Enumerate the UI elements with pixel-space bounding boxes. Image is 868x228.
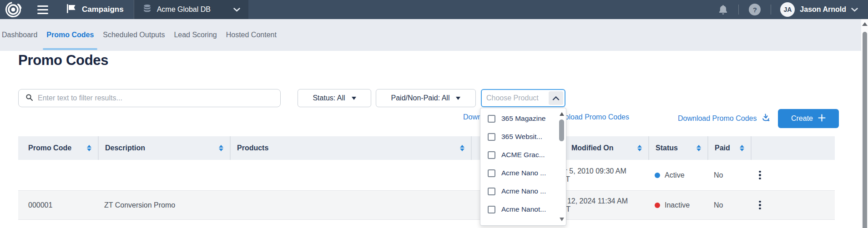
column-header-status: Status — [648, 136, 707, 160]
product-option[interactable]: 365 Magazine — [480, 109, 566, 128]
sort-icon[interactable] — [460, 145, 464, 151]
hamburger-menu-icon[interactable] — [35, 4, 50, 16]
product-option[interactable]: ACME Grac... — [480, 146, 566, 164]
table-header-row: Promo Code Description Products Modified… — [18, 136, 835, 160]
scroll-down-icon[interactable] — [560, 218, 564, 221]
scrollbar-thumb[interactable] — [863, 32, 867, 228]
page-content: Promo Codes Status: All Paid/Non-Paid: A… — [0, 51, 868, 228]
tab-scheduled-outputs[interactable]: Scheduled Outputs — [101, 19, 167, 51]
scroll-up-icon[interactable] — [560, 112, 564, 116]
checkbox[interactable] — [488, 188, 495, 195]
checkbox[interactable] — [488, 151, 495, 159]
product-dropdown-panel: 365 Magazine 365 Websit... ACME Grac... … — [480, 108, 566, 226]
table-row — [18, 220, 835, 228]
paid-filter-dropdown[interactable]: Paid/Non-Paid: All — [376, 89, 476, 107]
actions-cell — [751, 191, 835, 219]
plus-icon — [818, 114, 826, 124]
promo-codes-table: Promo Code Description Products Modified… — [18, 136, 835, 228]
column-header-products: Products — [230, 136, 471, 160]
tab-lead-scoring[interactable]: Lead Scoring — [172, 19, 218, 51]
top-navbar: Campaigns Acme Global DB ? — [0, 0, 868, 19]
scroll-up-icon[interactable] — [862, 22, 868, 26]
page-scrollbar[interactable] — [861, 19, 868, 228]
kebab-menu-icon[interactable] — [757, 169, 763, 182]
table-row[interactable]: 000001 ZT Conversion Promo Jul 12, 2024 … — [18, 191, 835, 220]
column-header-description: Description — [98, 136, 230, 160]
status-cell: Active — [648, 160, 707, 190]
promo-code-cell — [18, 160, 98, 190]
tab-hosted-content[interactable]: Hosted Content — [224, 19, 278, 51]
create-button[interactable]: Create — [778, 109, 839, 128]
section-tabs: Dashboard Promo Codes Scheduled Outputs … — [0, 19, 868, 51]
caret-down-icon — [352, 97, 356, 100]
product-option[interactable]: Acme Nano ... — [480, 164, 566, 182]
notifications-bell-icon[interactable] — [708, 4, 738, 15]
user-menu[interactable]: JA Jason Arnold — [771, 2, 858, 17]
product-option[interactable]: Acme Nano ... — [480, 182, 566, 200]
checkbox[interactable] — [488, 133, 495, 141]
user-name: Jason Arnold — [800, 5, 846, 14]
database-icon — [142, 4, 152, 15]
database-label: Acme Global DB — [157, 5, 211, 14]
kebab-menu-icon[interactable] — [757, 199, 763, 212]
description-cell — [98, 160, 230, 190]
tab-dashboard[interactable]: Dashboard — [0, 19, 39, 51]
paid-cell: No — [707, 191, 751, 219]
products-cell — [230, 160, 471, 190]
download-promo-codes-link[interactable]: Download Promo Codes — [678, 113, 771, 124]
flag-icon — [66, 3, 76, 16]
sort-icon[interactable] — [87, 145, 91, 151]
sort-icon[interactable] — [696, 145, 701, 151]
campaigns-label: Campaigns — [82, 5, 124, 14]
column-header-actions — [751, 136, 835, 160]
promo-code-cell: 000001 — [18, 191, 98, 219]
status-filter-dropdown[interactable]: Status: All — [298, 89, 371, 107]
brand-logo-icon[interactable] — [5, 1, 22, 18]
dropdown-scrollbar[interactable] — [558, 109, 565, 225]
download-icon — [761, 113, 771, 124]
products-cell — [230, 191, 471, 219]
actions-cell — [751, 160, 835, 190]
product-option[interactable]: Acme Nanot... — [480, 200, 566, 218]
checkbox[interactable] — [488, 206, 495, 213]
status-dot — [655, 173, 660, 178]
product-placeholder: Choose Product — [486, 94, 539, 102]
checkbox[interactable] — [488, 169, 495, 177]
description-cell: ZT Conversion Promo — [98, 191, 230, 219]
sort-icon[interactable] — [637, 145, 642, 151]
search-icon — [25, 94, 33, 103]
product-filter-dropdown[interactable]: Choose Product — [481, 89, 565, 107]
status-dot — [655, 203, 660, 208]
navbar-right: ? JA Jason Arnold — [708, 2, 868, 17]
filter-search — [18, 89, 281, 107]
chevron-down-icon — [851, 5, 858, 14]
caret-down-icon — [456, 97, 460, 100]
status-cell: Inactive — [648, 191, 707, 219]
upload-promo-codes-link[interactable]: Upload Promo Codes — [560, 113, 629, 121]
sort-icon[interactable] — [219, 145, 223, 151]
database-selector[interactable]: Acme Global DB — [134, 0, 248, 19]
tab-promo-codes[interactable]: Promo Codes — [45, 19, 96, 51]
help-icon[interactable]: ? — [739, 4, 771, 15]
scrollbar-thumb[interactable] — [559, 119, 564, 141]
campaigns-nav[interactable]: Campaigns — [66, 3, 124, 16]
table-row[interactable]: Apr 5, 2010 09:30 AM EST Active No — [18, 160, 835, 191]
page-title: Promo Codes — [18, 52, 108, 69]
column-header-paid: Paid — [707, 136, 751, 160]
paid-cell: No — [707, 160, 751, 190]
product-option[interactable]: 365 Websit... — [480, 128, 566, 146]
checkbox[interactable] — [488, 115, 495, 123]
chevron-down-icon — [222, 5, 240, 14]
sort-icon[interactable] — [740, 145, 744, 151]
chevron-up-icon[interactable] — [549, 91, 563, 105]
column-header-promo-code: Promo Code — [18, 136, 98, 160]
search-input[interactable] — [38, 94, 280, 102]
avatar: JA — [780, 2, 795, 17]
